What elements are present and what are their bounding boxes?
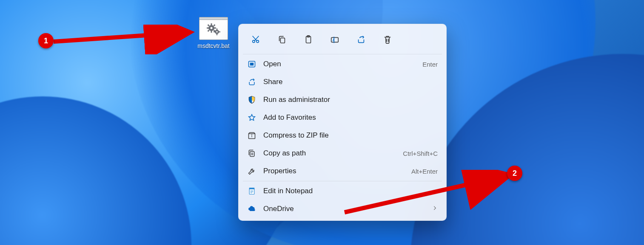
rename-button[interactable]: A <box>325 31 344 48</box>
svg-point-18 <box>253 40 255 43</box>
annotation-badge-1: 1 <box>38 33 54 48</box>
desktop-file-icon[interactable]: msdtcvtr.bat <box>196 17 231 49</box>
svg-point-1 <box>211 27 213 29</box>
menu-item-copy-as-path[interactable]: Copy as path Ctrl+Shift+C <box>241 144 444 162</box>
menu-item-shortcut: Alt+Enter <box>411 168 438 175</box>
svg-point-11 <box>216 31 218 33</box>
menu-item-label: Copy as path <box>263 149 396 158</box>
svg-rect-29 <box>249 188 254 189</box>
trash-icon <box>383 35 392 44</box>
svg-rect-8 <box>208 30 210 32</box>
open-icon <box>247 59 256 69</box>
svg-rect-27 <box>250 152 254 157</box>
svg-rect-26 <box>250 63 254 66</box>
svg-rect-3 <box>211 31 212 33</box>
svg-rect-13 <box>217 34 217 35</box>
menu-item-label: OneDrive <box>263 205 425 213</box>
menu-item-label: Share <box>263 78 431 86</box>
context-menu-toolbar: A <box>241 27 444 53</box>
svg-rect-15 <box>219 31 220 32</box>
paste-button[interactable] <box>299 31 318 48</box>
share-icon <box>247 77 256 87</box>
rename-icon: A <box>330 35 339 44</box>
menu-item-label: Compress to ZIP file <box>263 131 431 140</box>
copy-icon <box>277 35 287 44</box>
svg-rect-2 <box>211 23 212 25</box>
menu-item-label: Properties <box>263 167 405 175</box>
menu-item-label: Open <box>263 60 416 68</box>
svg-rect-12 <box>217 28 217 30</box>
onedrive-icon <box>247 204 256 214</box>
menu-item-properties[interactable]: Properties Alt+Enter <box>241 162 444 180</box>
menu-item-label: Add to Favorites <box>263 113 431 122</box>
svg-rect-14 <box>214 31 215 32</box>
menu-separator <box>243 54 442 54</box>
delete-button[interactable] <box>378 31 397 48</box>
menu-item-compress-zip[interactable]: Compress to ZIP file <box>241 127 444 144</box>
svg-rect-5 <box>214 28 216 29</box>
menu-item-label: Edit in Notepad <box>263 187 431 195</box>
notepad-icon <box>247 186 256 196</box>
menu-item-run-as-admin[interactable]: Run as administrator <box>241 91 444 109</box>
menu-item-shortcut: Ctrl+Shift+C <box>403 150 438 157</box>
zip-icon <box>247 131 256 140</box>
menu-separator <box>243 181 442 181</box>
chevron-right-icon <box>432 205 438 213</box>
bat-file-thumbnail <box>199 17 228 40</box>
menu-item-favorites[interactable]: Add to Favorites <box>241 109 444 127</box>
svg-point-19 <box>256 40 259 43</box>
desktop-file-label: msdtcvtr.bat <box>196 42 231 49</box>
menu-item-shortcut: Enter <box>422 61 438 68</box>
copy-button[interactable] <box>273 31 291 48</box>
paste-icon <box>304 35 313 44</box>
scissors-icon <box>251 35 260 44</box>
copy-path-icon <box>247 149 256 158</box>
wrench-icon <box>247 166 256 176</box>
menu-item-edit-notepad[interactable]: Edit in Notepad <box>241 182 444 200</box>
menu-item-label: Run as administrator <box>263 96 431 104</box>
context-menu: A Open Enter Share Run as administrator <box>238 24 447 221</box>
share-button[interactable] <box>352 31 370 48</box>
menu-item-open[interactable]: Open Enter <box>241 55 444 73</box>
share-arrow-icon <box>356 35 366 44</box>
menu-item-share[interactable]: Share <box>241 73 444 91</box>
svg-rect-20 <box>280 38 285 43</box>
cut-button[interactable] <box>246 31 265 48</box>
svg-rect-6 <box>208 24 210 26</box>
menu-item-onedrive[interactable]: OneDrive <box>241 200 444 218</box>
gears-icon <box>205 23 222 36</box>
shield-icon <box>247 95 256 104</box>
svg-rect-4 <box>207 28 209 29</box>
star-icon <box>247 113 256 122</box>
svg-rect-7 <box>214 24 216 26</box>
annotation-badge-2: 2 <box>507 166 522 181</box>
svg-text:A: A <box>333 38 335 42</box>
